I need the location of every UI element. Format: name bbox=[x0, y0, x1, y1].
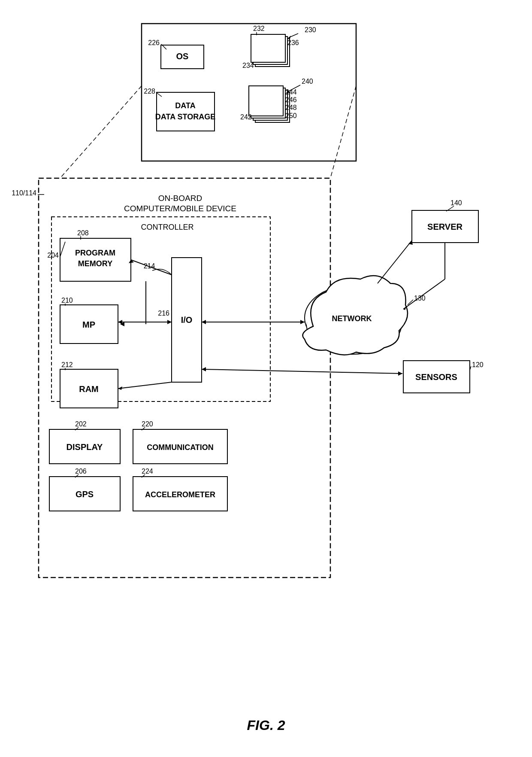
program-memory-label-1: PROGRAM bbox=[75, 249, 115, 257]
os-label: OS bbox=[176, 52, 189, 61]
ref-246: 246 bbox=[285, 96, 297, 103]
svg-rect-9 bbox=[157, 92, 215, 131]
svg-rect-5 bbox=[251, 34, 285, 62]
accelerometer-label: ACCELEROMETER bbox=[145, 490, 215, 499]
ref-208: 208 bbox=[77, 229, 89, 237]
ref-214: 214 bbox=[144, 262, 155, 270]
server-label: SERVER bbox=[427, 222, 462, 231]
ref-216: 216 bbox=[158, 310, 169, 317]
ref-248: 248 bbox=[285, 104, 297, 111]
ref-204: 204 bbox=[47, 252, 59, 259]
controller-label: CONTROLLER bbox=[141, 223, 193, 231]
svg-line-49 bbox=[403, 279, 445, 309]
fig-label: FIG. 2 bbox=[247, 717, 285, 733]
onboard-label-2: COMPUTER/MOBILE DEVICE bbox=[124, 204, 236, 213]
io-label: I/O bbox=[181, 315, 193, 325]
ref-120: 120 bbox=[472, 361, 484, 368]
communication-label: COMMUNICATION bbox=[147, 443, 214, 452]
svg-line-66 bbox=[60, 86, 142, 178]
ref-230: 230 bbox=[305, 26, 316, 33]
data-storage-label-1: DATA bbox=[175, 101, 195, 110]
ref-130: 130 bbox=[414, 295, 426, 302]
display-label: DISPLAY bbox=[66, 442, 103, 452]
ref-234: 234 bbox=[242, 62, 254, 69]
program-memory-label-2: MEMORY bbox=[78, 259, 112, 268]
svg-line-51 bbox=[378, 240, 412, 283]
ref-210: 210 bbox=[61, 297, 73, 304]
ref-140: 140 bbox=[450, 199, 462, 207]
ref-202: 202 bbox=[75, 420, 87, 428]
ref-226: 226 bbox=[148, 39, 160, 46]
network-label: NETWORK bbox=[332, 314, 372, 323]
ref-220: 220 bbox=[142, 420, 153, 428]
gps-label: GPS bbox=[76, 489, 94, 499]
svg-marker-57 bbox=[398, 371, 402, 376]
onboard-label-1: ON-BOARD bbox=[158, 194, 202, 203]
data-storage-label-2: DATA STORAGE bbox=[155, 112, 215, 121]
ref-250: 250 bbox=[285, 112, 297, 119]
sensors-label: SENSORS bbox=[415, 372, 457, 382]
ref-228: 228 bbox=[144, 88, 155, 95]
ram-label: RAM bbox=[79, 384, 99, 394]
ref-236: 236 bbox=[287, 39, 299, 46]
ref-240: 240 bbox=[302, 78, 313, 85]
ref-232: 232 bbox=[253, 25, 265, 32]
ref-206: 206 bbox=[75, 468, 87, 475]
ref-110-114: 110/114 bbox=[12, 189, 36, 197]
mp-label: MP bbox=[82, 320, 95, 329]
ref-212: 212 bbox=[61, 361, 73, 368]
diagram-container: OS 226 230 232 234 236 DATA DATA STORAGE… bbox=[0, 0, 532, 757]
ref-224: 224 bbox=[142, 468, 153, 475]
svg-rect-14 bbox=[249, 86, 283, 116]
ref-244: 244 bbox=[285, 88, 297, 96]
ref-242: 242 bbox=[240, 113, 252, 121]
